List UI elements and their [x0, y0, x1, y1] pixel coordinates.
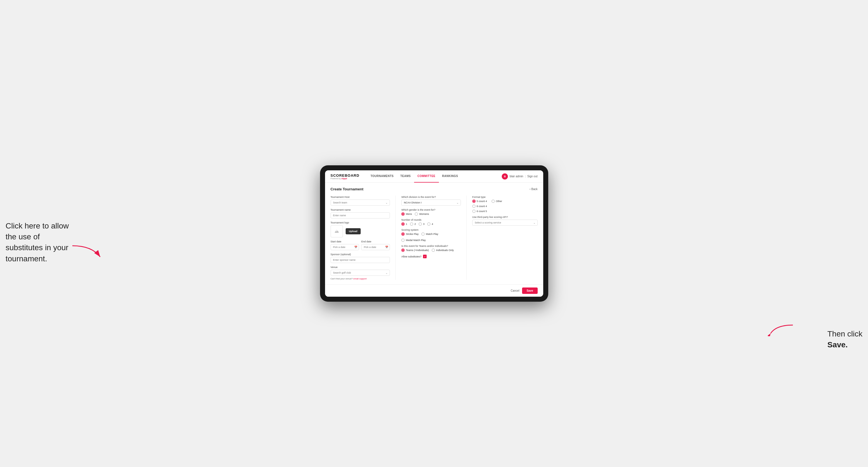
- navigation: SCOREBOARD Powered by clippd TOURNAMENTS…: [325, 170, 543, 183]
- start-date-field: Start date 📅: [331, 240, 359, 250]
- teams-label: Is this event for Teams and/or Individua…: [401, 245, 461, 247]
- format-type-label: Format type: [472, 196, 538, 198]
- format-6count4-radio[interactable]: [472, 205, 475, 208]
- venue-help: Can't find your venue? email support: [331, 278, 390, 280]
- tournament-logo-field: Tournament logo ⛰ Upload: [331, 221, 390, 238]
- rounds-2[interactable]: 2: [410, 222, 416, 226]
- gender-womens[interactable]: Womens: [415, 212, 429, 216]
- venue-input[interactable]: [331, 270, 390, 276]
- gender-mens[interactable]: Mens: [401, 212, 412, 216]
- user-name: blair admin: [509, 175, 523, 178]
- logo-upload-area: ⛰ Upload: [331, 225, 390, 238]
- calendar-end-icon: 📅: [385, 246, 388, 249]
- date-row: Start date 📅 End date 📅: [331, 240, 390, 250]
- teams-individuals[interactable]: Individuals Only: [432, 249, 454, 252]
- tournament-name-label: Tournament name: [331, 209, 390, 211]
- format-other[interactable]: Other: [492, 199, 502, 203]
- scoring-stroke-radio[interactable]: [401, 232, 405, 236]
- scoring-api-label: Use third-party live scoring API?: [472, 216, 538, 218]
- format-6count5-radio[interactable]: [472, 210, 475, 213]
- nav-committee[interactable]: COMMITTEE: [414, 170, 439, 183]
- save-button[interactable]: Save: [522, 287, 537, 294]
- gender-womens-radio[interactable]: [415, 212, 418, 216]
- logo-powered: Powered by clippd: [331, 178, 360, 180]
- gender-options: Mens Womens: [401, 212, 461, 216]
- logo-placeholder-icon: ⛰: [331, 225, 343, 238]
- scoring-medal[interactable]: Medal Match Play: [401, 239, 426, 242]
- back-button[interactable]: ‹ Back: [530, 188, 538, 191]
- nav-items: TOURNAMENTS TEAMS COMMITTEE RANKINGS: [367, 170, 502, 183]
- venue-label: Venue: [331, 266, 390, 269]
- format-6count4[interactable]: 6 count 4: [472, 205, 538, 208]
- start-date-label: Start date: [331, 240, 359, 243]
- page-content: Create Tournament ‹ Back Tournament Host: [325, 183, 543, 284]
- calendar-icon: 📅: [354, 246, 357, 249]
- scoring-system-label: Scoring system: [401, 228, 461, 231]
- avatar: B: [502, 174, 508, 180]
- tournament-host-label: Tournament Host: [331, 196, 390, 198]
- nav-tournaments[interactable]: TOURNAMENTS: [367, 170, 397, 183]
- logo: SCOREBOARD Powered by clippd: [331, 174, 360, 180]
- format-other-radio[interactable]: [492, 199, 495, 203]
- upload-button[interactable]: Upload: [346, 228, 361, 234]
- format-6count5[interactable]: 6 count 5: [472, 210, 538, 213]
- substitutes-label: Allow substitutes?: [401, 255, 421, 258]
- tournament-host-field: Tournament Host: [331, 196, 390, 206]
- annotation-left: Click here to allow the use of substitut…: [6, 220, 69, 264]
- tablet-screen: SCOREBOARD Powered by clippd TOURNAMENTS…: [325, 170, 543, 297]
- division-select[interactable]: NCAA Division I: [401, 199, 461, 206]
- cancel-button[interactable]: Cancel: [511, 289, 519, 292]
- nav-teams[interactable]: TEAMS: [397, 170, 414, 183]
- rounds-3[interactable]: 3: [418, 222, 425, 226]
- arrow-right-icon: [768, 322, 796, 336]
- rounds-1-radio[interactable]: [401, 222, 405, 226]
- scoring-match-radio[interactable]: [421, 232, 425, 236]
- individuals-radio[interactable]: [432, 249, 435, 252]
- substitutes-field: Allow substitutes? ✓: [401, 255, 461, 258]
- scoring-api-input[interactable]: [472, 220, 538, 226]
- gender-label: Which gender is the event for?: [401, 209, 461, 211]
- sign-out-link[interactable]: Sign out: [527, 175, 538, 178]
- rounds-4-radio[interactable]: [427, 222, 431, 226]
- rounds-4[interactable]: 4: [427, 222, 433, 226]
- annotation-right: Then click Save.: [827, 329, 862, 350]
- sponsor-label: Sponsor (optional): [331, 253, 390, 256]
- rounds-label: Number of rounds: [401, 218, 461, 221]
- rounds-1[interactable]: 1: [401, 222, 407, 226]
- end-date-label: End date: [361, 240, 390, 243]
- substitutes-checkbox[interactable]: ✓: [423, 255, 427, 258]
- rounds-2-radio[interactable]: [410, 222, 413, 226]
- sponsor-field: Sponsor (optional): [331, 253, 390, 263]
- teams-field: Is this event for Teams and/or Individua…: [401, 245, 461, 252]
- teams-teams[interactable]: Teams (+Individuals): [401, 249, 429, 252]
- substitutes-row: Allow substitutes? ✓: [401, 255, 461, 258]
- form-right-column: Format type 5 count 4 Other: [472, 196, 538, 280]
- rounds-options: 1 2 3 4: [401, 222, 461, 226]
- division-label: Which division is the event for?: [401, 196, 461, 198]
- scoring-match[interactable]: Match Play: [421, 232, 438, 236]
- form-grid: Tournament Host Tournament name Tourname…: [331, 196, 538, 280]
- scoring-api-field: Use third-party live scoring API?: [472, 216, 538, 226]
- tournament-name-input[interactable]: [331, 212, 390, 218]
- page-title: Create Tournament: [331, 187, 364, 191]
- gender-mens-radio[interactable]: [401, 212, 405, 216]
- teams-options: Teams (+Individuals) Individuals Only: [401, 249, 461, 252]
- email-support-link[interactable]: email support: [353, 278, 367, 280]
- format-options: 5 count 4 Other 6 count 4: [472, 199, 538, 213]
- scoring-stroke[interactable]: Stroke Play: [401, 232, 418, 236]
- tournament-host-input[interactable]: [331, 199, 390, 206]
- nav-rankings[interactable]: RANKINGS: [439, 170, 461, 183]
- rounds-3-radio[interactable]: [418, 222, 422, 226]
- teams-radio[interactable]: [401, 249, 405, 252]
- form-left-column: Tournament Host Tournament name Tourname…: [331, 196, 396, 280]
- tournament-logo-label: Tournament logo: [331, 221, 390, 224]
- venue-field: Venue Can't find your venue? email suppo…: [331, 266, 390, 280]
- scoring-medal-radio[interactable]: [401, 239, 405, 242]
- format-type-field: Format type 5 count 4 Other: [472, 196, 538, 213]
- scoring-system-field: Scoring system Stroke Play Match Play: [401, 228, 461, 242]
- end-date-field: End date 📅: [361, 240, 390, 250]
- format-5count4-radio[interactable]: [472, 199, 475, 203]
- format-5count4[interactable]: 5 count 4: [472, 199, 487, 203]
- arrow-left-icon: [69, 243, 103, 260]
- sponsor-input[interactable]: [331, 257, 390, 263]
